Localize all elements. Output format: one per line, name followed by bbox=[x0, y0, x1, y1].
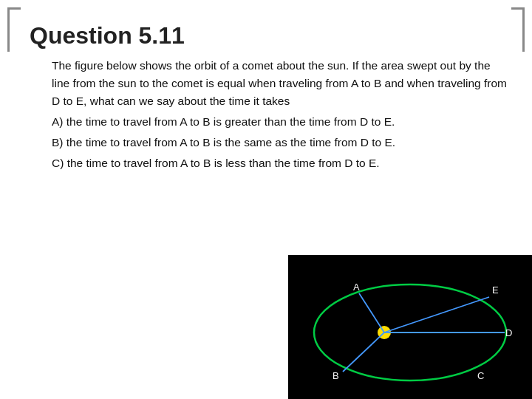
svg-text:B: B bbox=[332, 370, 339, 381]
orbit-diagram: A E D C B bbox=[288, 255, 532, 399]
option-b: B) the time to travel from A to B is the… bbox=[52, 134, 510, 151]
orbit-svg: A E D C B bbox=[288, 255, 532, 399]
svg-text:A: A bbox=[353, 282, 360, 293]
bracket-top-right bbox=[511, 7, 525, 52]
svg-rect-0 bbox=[288, 255, 532, 399]
question-body: The figure below shows the orbit of a co… bbox=[30, 57, 510, 172]
bracket-top-left bbox=[7, 7, 21, 52]
svg-text:E: E bbox=[492, 284, 499, 296]
option-a: A) the time to travel from A to B is gre… bbox=[52, 113, 510, 131]
option-c: C) the time to travel from A to B is les… bbox=[52, 154, 510, 172]
page-container: Question 5.11 The figure below shows the… bbox=[0, 0, 532, 399]
svg-text:C: C bbox=[477, 370, 484, 381]
question-intro: The figure below shows the orbit of a co… bbox=[52, 57, 510, 110]
svg-text:D: D bbox=[505, 327, 512, 338]
page-title: Question 5.11 bbox=[30, 22, 510, 50]
